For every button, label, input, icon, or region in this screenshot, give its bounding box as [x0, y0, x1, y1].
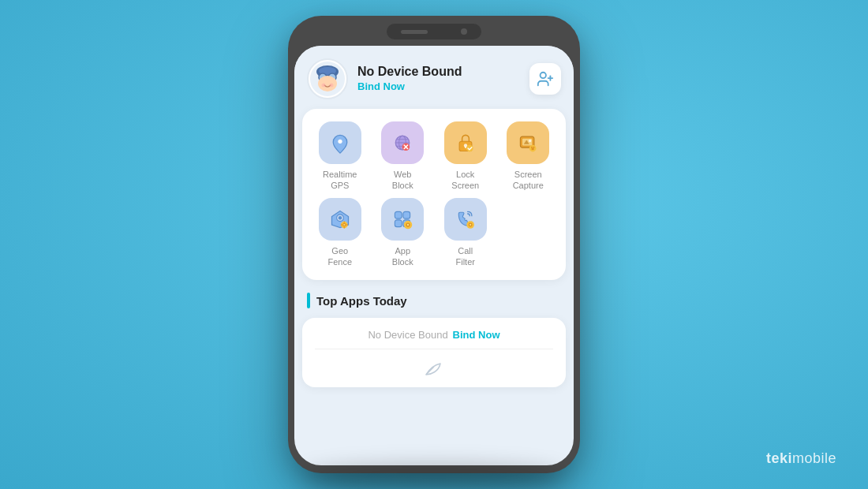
phone-shell: No Device Bound Bind Now [288, 16, 580, 473]
device-title: No Device Bound [357, 65, 520, 79]
feature-screen-capture[interactable]: ScreenCapture [499, 121, 559, 192]
feature-lock-screen[interactable]: LockScreen [436, 121, 496, 192]
svg-rect-39 [343, 221, 344, 222]
top-apps-section: Top Apps Today [294, 286, 574, 318]
app-icon-wrap [381, 198, 424, 241]
no-device-text: No Device Bound [368, 329, 447, 341]
features-grid-row2: GeoFence [310, 198, 558, 268]
branding: tekimobile [766, 450, 836, 467]
web-icon-wrap [381, 121, 424, 164]
front-camera [461, 28, 467, 35]
svg-rect-43 [395, 211, 402, 218]
svg-rect-45 [395, 219, 402, 226]
svg-point-7 [322, 84, 326, 88]
svg-rect-41 [341, 224, 342, 225]
branding-mobile: mobile [792, 450, 836, 466]
gps-label: RealtimeGPS [323, 169, 357, 192]
top-apps-card: No Device Bound Bind Now [302, 318, 566, 387]
no-device-row: No Device Bound Bind Now [315, 329, 553, 349]
lock-screen-label: LockScreen [451, 169, 479, 192]
svg-point-8 [330, 84, 334, 88]
svg-point-13 [338, 140, 342, 144]
feature-geo-fence[interactable]: GeoFence [310, 198, 370, 268]
svg-rect-24 [465, 146, 466, 148]
geo-fence-label: GeoFence [327, 245, 352, 268]
svg-point-9 [541, 73, 546, 78]
bind-now-apps-link[interactable]: Bind Now [453, 329, 500, 341]
svg-point-49 [407, 223, 409, 225]
phone-screen: No Device Bound Bind Now [294, 46, 574, 465]
app-block-label: AppBlock [392, 245, 413, 268]
feature-call-filter[interactable]: CallFilter [436, 198, 496, 268]
app-header: No Device Bound Bind Now [294, 46, 574, 109]
svg-point-33 [532, 148, 535, 151]
add-user-button[interactable] [529, 63, 561, 95]
features-grid-row1: RealtimeGPS [310, 121, 558, 192]
section-title-row: Top Apps Today [307, 293, 561, 308]
feature-realtime-gps[interactable]: RealtimeGPS [310, 121, 370, 192]
svg-point-35 [339, 216, 342, 219]
feature-web-block[interactable]: WebBlock [373, 121, 433, 192]
speaker [401, 30, 428, 34]
capture-icon-wrap [507, 121, 549, 164]
svg-point-38 [343, 224, 345, 226]
lock-icon-wrap [444, 121, 487, 164]
svg-rect-44 [403, 211, 410, 218]
svg-point-52 [470, 223, 471, 225]
phone-top-bar [387, 24, 481, 39]
call-icon-wrap [444, 198, 487, 241]
svg-point-32 [533, 147, 535, 148]
svg-point-29 [529, 140, 532, 143]
avatar [307, 58, 348, 99]
svg-point-25 [466, 145, 473, 152]
top-apps-title: Top Apps Today [316, 294, 407, 308]
screen-capture-label: ScreenCapture [513, 169, 544, 192]
svg-rect-42 [346, 224, 348, 225]
svg-rect-40 [343, 226, 344, 228]
svg-point-31 [531, 147, 533, 148]
feature-empty [499, 198, 559, 268]
geo-icon-wrap [319, 198, 361, 241]
features-card: RealtimeGPS [302, 109, 566, 280]
svg-point-6 [318, 76, 337, 91]
leaf-icon-row [315, 349, 553, 376]
branding-teki: teki [766, 450, 792, 466]
header-text: No Device Bound Bind Now [357, 65, 520, 93]
bind-now-header-link[interactable]: Bind Now [357, 80, 405, 92]
section-accent [307, 293, 310, 308]
call-filter-label: CallFilter [456, 245, 475, 268]
web-block-label: WebBlock [392, 169, 413, 192]
gps-icon-wrap [319, 121, 361, 164]
feature-app-block[interactable]: AppBlock [373, 198, 433, 268]
